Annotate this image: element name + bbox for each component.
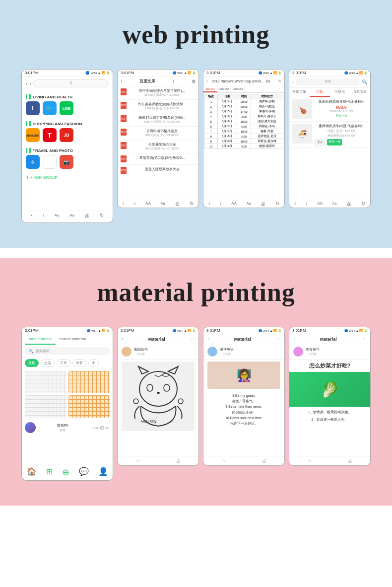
- wp4-aa1[interactable]: AA: [317, 201, 323, 206]
- wp1-print-icon[interactable]: 🖨: [84, 213, 89, 218]
- mp3-star-btn[interactable]: ☆: [222, 458, 226, 463]
- mp1-add-icon[interactable]: ⊕: [62, 467, 69, 478]
- wp4-tab-all[interactable]: 全部订单: [289, 88, 310, 97]
- mp3-star[interactable]: ☆: [276, 336, 280, 342]
- mp4-back-btn[interactable]: ‹: [293, 336, 295, 342]
- wp2-file-info-1: 初中生物地理会考复习资料(... 55029人阅读 大小:2.07MB: [129, 88, 196, 97]
- wp4-fwd-t[interactable]: ›: [306, 201, 307, 206]
- mp1-cat-work[interactable]: 工作: [57, 359, 70, 367]
- mp1-grid-item-3[interactable]: [25, 395, 66, 418]
- mp1-cat-life[interactable]: 生活: [41, 359, 55, 367]
- wp1-refresh-icon[interactable]: ↻: [100, 213, 104, 218]
- wp2-fwd-t[interactable]: ›: [134, 201, 135, 206]
- mp1-profile-icon[interactable]: 👤: [98, 467, 108, 478]
- wp4-product-2[interactable]: 🍜 廉师傅私房牛肉面·代金券1张· 2(份) 总价: ¥47.00 有效期至20…: [289, 122, 370, 148]
- google-icon[interactable]: G: [43, 155, 57, 169]
- wp3-tab-sheet1[interactable]: Sheet1: [203, 86, 217, 92]
- mp1-search-bar[interactable]: 🔍 搜索素材: [25, 347, 110, 355]
- wp3-star[interactable]: ☆: [278, 79, 281, 83]
- mp1-time: 3:01PM: [25, 328, 39, 333]
- ctrip-icon[interactable]: ✈: [26, 155, 40, 169]
- wp4-back-btn[interactable]: ‹: [292, 79, 294, 85]
- mp1-grid-item-4[interactable]: [68, 395, 110, 418]
- wp1-forward-toolbar[interactable]: ›: [43, 213, 44, 218]
- wp3-refresh[interactable]: ↻: [275, 201, 279, 206]
- wp2-back-t[interactable]: ‹: [123, 201, 124, 206]
- wp3-fwd-t[interactable]: ›: [220, 201, 221, 206]
- wp2-file-6[interactable]: PDF 希望英语(第二版)综合教程2...: [118, 153, 198, 165]
- wp2-aa2[interactable]: Aa: [161, 202, 165, 205]
- mp4-star[interactable]: ☆: [362, 336, 366, 342]
- wp4-product-1[interactable]: 🍗 饭米粒韩式辣皮鸡·代金券1张· ¥58.6 2018-03-19 11:33…: [289, 97, 370, 122]
- twitter-icon[interactable]: 🐦: [43, 101, 57, 115]
- line-icon[interactable]: LINE: [60, 101, 73, 115]
- wp2-print[interactable]: 🖨: [175, 201, 180, 206]
- mp2-back-btn[interactable]: ‹: [122, 336, 123, 342]
- wp2-star-icon[interactable]: ☆: [192, 79, 196, 84]
- mp1-tab-collect[interactable]: collect material: [56, 334, 90, 345]
- facebook-icon[interactable]: f: [26, 101, 40, 115]
- mp4-star-btn[interactable]: ☆: [308, 458, 312, 463]
- wp1-search-bar[interactable]: Q: [33, 79, 109, 87]
- wp1-add-group[interactable]: + + ADD GROUP: [26, 174, 109, 181]
- wp2-file-3[interactable]: PDF 杨鹏17天搞定GRE单词(时间... 66974人阅读 大小:170.0…: [118, 113, 198, 127]
- mp1-cat-more[interactable]: 小: [88, 359, 99, 367]
- wp2-upload-icon[interactable]: ↑: [172, 79, 175, 84]
- wp4-back-t[interactable]: ‹: [294, 201, 296, 206]
- mp1-grid-item-2[interactable]: [68, 371, 110, 393]
- wp3-back-btn[interactable]: ‹: [206, 78, 208, 84]
- mp1-grid-item-1[interactable]: [25, 371, 66, 393]
- wp2-file-7[interactable]: PDF 宝宝入睡经典故事大全: [118, 165, 198, 176]
- wp4-search-input[interactable]: 搜索: [296, 78, 360, 85]
- wp4-tab-pending[interactable]: 订购: [310, 88, 330, 97]
- mp1-cat-preschool[interactable]: 学前: [72, 359, 86, 367]
- amazon-icon[interactable]: amazon: [26, 128, 40, 142]
- wp4-print[interactable]: 🖨: [346, 201, 351, 206]
- wp2-file-2[interactable]: PDF 汽车美容师教您如何巧妙清除... 12929人阅读 大小:13.00K: [118, 100, 198, 113]
- mp3-back-btn[interactable]: ‹: [207, 336, 209, 342]
- wp3-aa1[interactable]: AA: [231, 201, 237, 206]
- mp4-time: 3:01PM: [292, 328, 306, 333]
- wp2-aa1[interactable]: AA: [145, 201, 151, 206]
- wp1-forward-btn[interactable]: ›: [29, 81, 31, 86]
- wp4-aa2[interactable]: Aa: [332, 202, 337, 205]
- mp4-print-btn[interactable]: 🖨: [348, 458, 352, 463]
- wp2-back[interactable]: ‹: [121, 78, 122, 84]
- taobao-icon[interactable]: T: [43, 128, 57, 142]
- wp2-file-4[interactable]: PDF 公司申请书格式范文 685人阅读 大小:21.00KB: [118, 127, 198, 140]
- wp4-refresh[interactable]: ↻: [361, 201, 365, 206]
- mp3-text-content: 8.Be my guest, 请便／尽客气。 9.Better late tha…: [203, 391, 284, 428]
- wp3-print[interactable]: 🖨: [261, 201, 265, 206]
- wp4-tab-usable[interactable]: 可使用: [330, 88, 350, 97]
- wp3-tab-sheet3[interactable]: Sheet3: [231, 86, 245, 92]
- wp1-text-size[interactable]: Aa: [55, 213, 60, 218]
- photo-icon[interactable]: 📷: [60, 155, 73, 169]
- mp1-material-icon[interactable]: ⊞: [46, 467, 53, 478]
- jd-icon[interactable]: JD: [60, 128, 73, 142]
- mp1-tab-fans[interactable]: fans material: [25, 334, 56, 345]
- wp3-aa2[interactable]: Aa: [247, 202, 251, 205]
- wp4-reorder-1[interactable]: 再来一单: [315, 114, 367, 118]
- mp1-home-icon[interactable]: 🏠: [27, 467, 37, 478]
- wp1-back-btn[interactable]: ‹: [26, 81, 27, 86]
- wp2-refresh[interactable]: ↻: [190, 201, 194, 206]
- mp3-status-icons: 🔵 WiFi ▲ 📶 🔋: [259, 329, 281, 332]
- mp3-print-btn[interactable]: 🖨: [262, 458, 266, 463]
- wp3-tab-sheet2[interactable]: Sheet2: [217, 86, 231, 92]
- wp2-file-1[interactable]: PDF 初中生物地理会考复习资料(... 55029人阅读 大小:2.07MB: [118, 86, 198, 100]
- wp4-product-info-1: 饭米粒韩式辣皮鸡·代金券1张· ¥58.6 2018-03-19 11:33 再…: [315, 99, 367, 118]
- mp1-chat-icon[interactable]: 💬: [79, 467, 89, 478]
- wp1-text-size2[interactable]: Aa: [69, 213, 74, 218]
- wp4-tab-refund[interactable]: 退款/售后: [350, 88, 370, 97]
- wp3-back-t[interactable]: ‹: [208, 201, 210, 206]
- wp4-search-icon[interactable]: 🔍: [362, 79, 367, 84]
- mp2-star[interactable]: ☆: [190, 336, 195, 342]
- wp3-download[interactable]: ↓: [274, 79, 276, 83]
- mp2-star-btn[interactable]: ☆: [136, 458, 140, 463]
- mp2-print-btn[interactable]: 🖨: [176, 458, 181, 463]
- wp1-back-toolbar[interactable]: ‹: [31, 213, 32, 218]
- mp1-cat-relax[interactable]: 放松: [25, 359, 39, 367]
- wp4-update-btn[interactable]: 更多: [315, 139, 325, 146]
- wp2-file-5[interactable]: PDF 生发养发秘方大全 7003人阅读 大小:30.00KB: [118, 140, 198, 153]
- wp4-reorder-2[interactable]: 再来一单: [327, 139, 342, 146]
